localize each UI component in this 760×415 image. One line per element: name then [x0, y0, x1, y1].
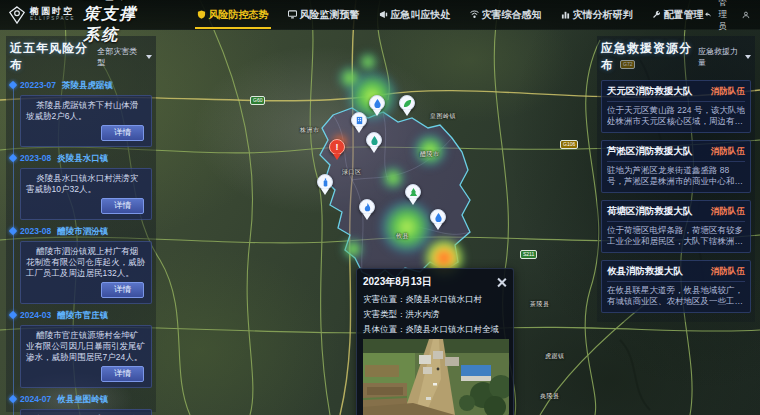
risk-town[interactable]: 醴陵市官庄镇 [57, 310, 108, 322]
page-title: 应急决策支撑系统 [83, 0, 144, 46]
map-marker-extinguisher[interactable] [317, 174, 333, 190]
rescue-card[interactable]: 芦淞区消防救援大队 消防队伍 驻地为芦淞区龙泉街道鑫盛路 88 号，芦淞区是株洲… [601, 140, 751, 193]
list-item: 20223-07 茶陵县虎踞镇 茶陵县虎踞镇齐下村山体滑坡威胁2户6人。 详情 [20, 80, 152, 147]
map-marker-fire[interactable] [359, 199, 375, 215]
tab-disaster-sensing[interactable]: 灾害综合感知 [470, 0, 542, 29]
disaster-photo [363, 339, 509, 415]
map-marker-forest[interactable] [405, 184, 421, 200]
rescue-team-tag: 消防队伍 [711, 86, 745, 98]
disaster-popup: 2023年8月13日 灾害位置：炎陵县水口镇水口村 灾害类型：洪水内涝 具体位置… [356, 268, 514, 415]
risk-desc: 醴陵市官庄镇源塘村金坤矿业有限公司因几日暴雨引发尾矿渗水，威胁周围居民7户24人… [26, 330, 146, 363]
detail-button[interactable]: 详情 [101, 198, 144, 214]
building-icon [355, 116, 364, 125]
right-panel-title: 应急救援资源分布 [601, 40, 698, 74]
map-label: 醴陵市 [420, 150, 440, 159]
fire-extinguisher-icon [321, 178, 330, 187]
rescue-force-filter[interactable]: 应急救援力量 [698, 46, 751, 68]
detail-button[interactable]: 详情 [101, 125, 144, 141]
risk-distribution-panel: 近五年风险分布 全部灾害类型 20223-07 茶陵县虎踞镇 茶陵县虎踞镇齐下村… [6, 36, 156, 412]
exclamation-icon: ! [336, 143, 339, 152]
map-label: 茶陵县 [530, 300, 550, 309]
timeline-dot [9, 227, 17, 235]
tab-disaster-analysis[interactable]: 灾情分析研判 [561, 0, 633, 29]
road-badge: S211 [520, 250, 537, 259]
rescue-team-name: 荷塘区消防救援大队 [607, 205, 693, 218]
map-marker-flood2[interactable] [430, 209, 446, 225]
monitor-icon [288, 10, 297, 19]
map-label: 渌口区 [342, 168, 362, 177]
map-marker-eco[interactable] [399, 95, 415, 111]
rescue-team-tag: 消防队伍 [711, 266, 745, 278]
disaster-type-filter[interactable]: 全部灾害类型 [97, 46, 152, 68]
risk-town[interactable]: 攸县皇图岭镇 [57, 394, 108, 406]
rescue-team-tag: 消防队伍 [711, 206, 745, 218]
user-name: 管理员 [718, 0, 735, 33]
risk-date: 2024-07 [20, 394, 51, 406]
rescue-card[interactable]: 荷塘区消防救援大队 消防队伍 位于荷塘区电焊条路，荷塘区有较多工业企业和居民区，… [601, 200, 751, 253]
popup-row: 灾害类型：洪水内涝 [363, 309, 507, 321]
road-badge: G60 [250, 96, 265, 105]
risk-town[interactable]: 炎陵县水口镇 [57, 153, 108, 165]
map-marker-facility[interactable] [351, 112, 367, 128]
risk-desc: 醴陵市泗汾镇观上村广有烟花制造有限公司仓库起火，威胁工厂员工及周边居民132人。 [26, 246, 146, 279]
user-icon[interactable] [742, 9, 750, 21]
list-item: 2023-08 醴陵市泗汾镇 醴陵市泗汾镇观上村广有烟花制造有限公司仓库起火，威… [20, 226, 152, 304]
rescue-card[interactable]: 攸县消防救援大队 消防队伍 在攸县联星大道旁，攸县地域较广，有城镇商业区、农村地… [601, 260, 751, 313]
map-marker-flood[interactable] [369, 95, 385, 111]
rescue-resources-panel: 应急救援资源分布 应急救援力量 天元区消防救援大队 消防队伍 位于天元区黄山路 … [597, 36, 755, 322]
tab-emergency-response[interactable]: 应急叫应快处 [379, 0, 451, 29]
timeline-dot [9, 311, 17, 319]
popup-date: 2023年8月13日 [363, 275, 432, 289]
list-item: 2023-08 炎陵县水口镇 炎陵县水口镇水口村洪涝灾害威胁10户32人。 详情 [20, 153, 152, 220]
user-area: 管理员 [704, 0, 760, 33]
timeline-dot [9, 154, 17, 162]
undo-arrow-icon[interactable] [704, 9, 712, 21]
risk-card: 攸县皇图岭镇共和村山洪灾害威胁4户15人。 详情 [20, 409, 152, 415]
risk-desc: 茶陵县虎踞镇齐下村山体滑坡威胁2户6人。 [26, 100, 146, 122]
risk-date: 20223-07 [20, 80, 56, 92]
rescue-team-name: 芦淞区消防救援大队 [607, 145, 693, 158]
risk-card: 炎陵县水口镇水口村洪涝灾害威胁10户32人。 详情 [20, 168, 152, 220]
risk-date: 2024-03 [20, 310, 51, 322]
rescue-team-tag: 消防队伍 [711, 146, 745, 158]
chevron-down-icon [146, 55, 152, 59]
map-label: 株洲市 [300, 126, 320, 135]
chevron-down-icon [745, 55, 751, 59]
timeline-dot [9, 395, 17, 403]
popup-row: 灾害位置：炎陵县水口镇水口村 [363, 294, 507, 306]
risk-timeline: 20223-07 茶陵县虎踞镇 茶陵县虎踞镇齐下村山体滑坡威胁2户6人。 详情 … [10, 80, 152, 415]
tab-risk-monitoring[interactable]: 风险监测预警 [288, 0, 360, 29]
logo-en-text: ELLIPSPACE [30, 17, 75, 22]
water-drop-icon [373, 99, 382, 108]
rescue-team-desc: 位于天元区黄山路 224 号，该大队地处株洲市天元区核心区域，周边有众多商业中心… [607, 105, 745, 127]
region-boundary [320, 108, 470, 278]
leaf-icon [403, 99, 412, 108]
tab-risk-prevention[interactable]: 风险防控态势 [197, 0, 269, 29]
detail-button[interactable]: 详情 [101, 282, 144, 298]
detail-button[interactable]: 详情 [101, 366, 144, 382]
list-item: 2024-07 攸县皇图岭镇 攸县皇图岭镇共和村山洪灾害威胁4户15人。 详情 [20, 394, 152, 415]
risk-card: 醴陵市官庄镇源塘村金坤矿业有限公司因几日暴雨引发尾矿渗水，威胁周围居民7户24人… [20, 325, 152, 388]
risk-town[interactable]: 醴陵市泗汾镇 [57, 226, 108, 238]
water-drop-icon [434, 213, 443, 222]
map-label: 虎踞镇 [545, 352, 565, 361]
risk-date: 2023-08 [20, 226, 51, 238]
risk-card: 茶陵县虎踞镇齐下村山体滑坡威胁2户6人。 详情 [20, 95, 152, 147]
rescue-team-name: 天元区消防救援大队 [607, 85, 693, 98]
water-drop-icon [370, 136, 379, 145]
tab-configuration[interactable]: 配置管理 [652, 0, 704, 29]
map-marker-water[interactable] [366, 132, 382, 148]
risk-card: 醴陵市泗汾镇观上村广有烟花制造有限公司仓库起火，威胁工厂员工及周边居民132人。… [20, 241, 152, 304]
map-label: 攸县 [396, 232, 409, 241]
wrench-icon [652, 10, 661, 19]
megaphone-icon [379, 10, 388, 19]
radar-icon [470, 10, 479, 19]
bar-chart-icon [561, 10, 570, 19]
close-icon[interactable] [497, 277, 507, 287]
risk-town[interactable]: 茶陵县虎踞镇 [62, 80, 113, 92]
map-marker-alert[interactable]: ! [329, 139, 345, 155]
risk-date: 2023-08 [20, 153, 51, 165]
road-badge: G106 [560, 140, 578, 149]
rescue-card[interactable]: 天元区消防救援大队 消防队伍 位于天元区黄山路 224 号，该大队地处株洲市天元… [601, 80, 751, 133]
top-header: 椭圆时空 ELLIPSPACE 应急决策支撑系统 风险防控态势 风险监测预警 应… [0, 0, 760, 30]
